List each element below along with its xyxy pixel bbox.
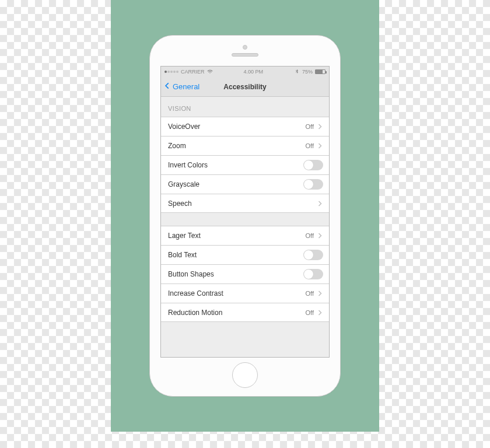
back-label: General [173, 82, 200, 91]
chevron-right-icon [316, 123, 323, 130]
row-label: Bold Text [168, 251, 197, 259]
toggle-switch[interactable] [303, 179, 323, 190]
row-value: Off [306, 123, 314, 130]
row-zoom[interactable]: Zoom Off [161, 136, 329, 155]
page-title: Accessibility [223, 83, 266, 91]
chevron-right-icon [316, 309, 323, 316]
row-grayscale[interactable]: Grayscale [161, 174, 329, 194]
row-label: Increase Contrast [168, 289, 223, 298]
row-speech[interactable]: Speech [161, 194, 329, 213]
wifi-icon [207, 69, 213, 75]
chevron-right-icon [316, 232, 323, 239]
screen: CARRIER 4.00 PM 75% General Ac [160, 66, 330, 358]
earpiece [232, 53, 258, 57]
home-button[interactable] [232, 362, 258, 388]
row-label: Speech [168, 200, 192, 208]
row-label: Lager Text [168, 232, 201, 240]
signal-dots-icon [164, 71, 178, 73]
section-spacer [161, 213, 329, 226]
row-value: Off [306, 232, 314, 239]
row-value: Off [306, 290, 314, 297]
row-label: Zoom [168, 142, 186, 150]
battery-icon [315, 69, 326, 74]
chevron-right-icon [316, 290, 323, 297]
row-label: Button Shapes [168, 270, 214, 278]
group-vision: VoiceOver Off Zoom Off Invert Colors [161, 117, 329, 213]
row-larger-text[interactable]: Lager Text Off [161, 226, 329, 245]
battery-pct: 75% [302, 69, 313, 75]
row-invert-colors[interactable]: Invert Colors [161, 155, 329, 174]
group-text: Lager Text Off Bold Text Button Shapes [161, 226, 329, 322]
bluetooth-icon [294, 69, 300, 75]
back-button[interactable]: General [163, 82, 200, 92]
section-header-vision: VISION [161, 97, 329, 117]
row-label: Invert Colors [168, 161, 208, 169]
chevron-left-icon [163, 82, 172, 92]
status-time: 4.00 PM [243, 69, 263, 75]
carrier-label: CARRIER [181, 69, 205, 75]
row-value: Off [306, 142, 314, 149]
row-value: Off [306, 309, 314, 316]
row-button-shapes[interactable]: Button Shapes [161, 264, 329, 284]
row-bold-text[interactable]: Bold Text [161, 245, 329, 264]
row-reduce-motion[interactable]: Reduction Motion Off [161, 303, 329, 322]
toggle-switch[interactable] [303, 250, 323, 260]
chevron-right-icon [316, 200, 323, 207]
row-label: VoiceOver [168, 123, 200, 131]
toggle-switch[interactable] [303, 269, 323, 279]
row-voiceover[interactable]: VoiceOver Off [161, 117, 329, 136]
settings-list[interactable]: VISION VoiceOver Off Zoom Off [161, 97, 329, 357]
status-bar: CARRIER 4.00 PM 75% [161, 66, 329, 77]
chevron-right-icon [316, 142, 323, 149]
row-increase-contrast[interactable]: Increase Contrast Off [161, 284, 329, 303]
row-label: Grayscale [168, 180, 200, 188]
toggle-switch[interactable] [303, 160, 323, 170]
phone-frame: CARRIER 4.00 PM 75% General Ac [149, 35, 341, 397]
nav-bar: General Accessibility [161, 77, 329, 97]
row-label: Reduction Motion [168, 309, 222, 317]
camera-dot [243, 45, 247, 50]
